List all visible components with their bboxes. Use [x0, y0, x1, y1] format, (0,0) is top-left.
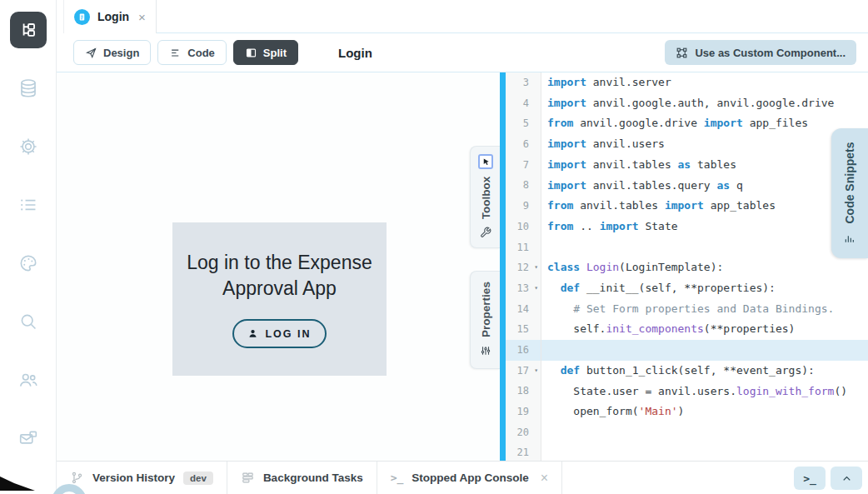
background-tasks-tab[interactable]: Background Tasks	[227, 462, 377, 494]
fold-arrow-icon[interactable]	[529, 402, 538, 422]
properties-label: Properties	[480, 282, 492, 337]
fold-arrow-icon[interactable]	[529, 442, 538, 461]
background-tasks-label: Background Tasks	[263, 472, 363, 484]
split-view-label: Split	[263, 47, 287, 59]
search-icon[interactable]	[17, 311, 39, 332]
fold-arrow-icon[interactable]	[529, 340, 538, 361]
terminal-button[interactable]: >_	[794, 467, 826, 490]
use-as-custom-component-button[interactable]: Use as Custom Component...	[665, 40, 856, 65]
tab-strip: Login ×	[57, 0, 868, 33]
code-line[interactable]: import anvil.tables as tables	[541, 155, 868, 176]
log-in-button[interactable]: LOG IN	[232, 319, 326, 348]
gutter-line[interactable]: 20	[506, 422, 541, 443]
gutter-line[interactable]: 7	[506, 155, 541, 176]
toolbox-label: Toolbox	[480, 177, 492, 220]
code-line[interactable]: import anvil.tables.query as q	[541, 176, 868, 197]
code-line[interactable]: State.user = anvil.users.login_with_form…	[541, 382, 868, 402]
corner-logo-fragment	[0, 472, 35, 494]
card-title-label[interactable]: Log in to the Expense Approval App	[172, 250, 387, 302]
properties-tab[interactable]: Properties	[470, 271, 500, 369]
version-history-label: Version History	[92, 472, 175, 484]
list-icon[interactable]	[17, 194, 39, 216]
sliders-icon	[480, 345, 491, 357]
gutter-line[interactable]: 4	[506, 93, 541, 114]
settings-gear-icon[interactable]	[17, 136, 39, 157]
users-icon[interactable]	[17, 369, 39, 391]
code-line[interactable]: def __init__(self, **properties):	[541, 278, 868, 299]
console-close-icon[interactable]: ×	[541, 471, 548, 486]
gutter-line[interactable]: 17▾	[506, 361, 541, 382]
fold-arrow-icon[interactable]	[529, 381, 538, 402]
gutter-line[interactable]: 8	[506, 175, 541, 196]
dev-badge: dev	[183, 472, 213, 485]
code-view-button[interactable]: Code	[157, 40, 227, 65]
code-line[interactable]: open_form('Main')	[541, 402, 868, 422]
fold-arrow-icon[interactable]	[529, 134, 538, 155]
design-canvas[interactable]: Log in to the Expense Approval App LOG I…	[57, 72, 500, 461]
code-line[interactable]: from anvil.tables import app_tables	[541, 196, 868, 217]
fold-arrow-icon[interactable]	[529, 422, 538, 443]
gutter-line[interactable]: 10	[506, 217, 541, 237]
gutter-line[interactable]: 3	[506, 72, 541, 93]
gutter-line[interactable]: 9	[506, 196, 541, 217]
fold-arrow-icon[interactable]: ▾	[529, 278, 538, 299]
code-line[interactable]: self.init_components(**properties)	[541, 319, 868, 340]
fold-arrow-icon[interactable]	[529, 217, 538, 237]
editor-code[interactable]: import anvil.serverimport anvil.google.a…	[541, 72, 868, 461]
code-line[interactable]	[541, 422, 868, 443]
design-view-button[interactable]: Design	[73, 40, 151, 65]
tab-close-icon[interactable]: ×	[138, 11, 146, 23]
split-view-button[interactable]: Split	[233, 40, 298, 65]
fold-arrow-icon[interactable]	[529, 72, 538, 93]
app-hierarchy-icon[interactable]	[10, 12, 47, 48]
expand-panel-button[interactable]	[831, 467, 862, 490]
code-line[interactable]: import anvil.google.auth, anvil.google.d…	[541, 93, 868, 114]
gutter-line[interactable]: 6	[506, 134, 541, 155]
gutter-line[interactable]: 19	[506, 402, 541, 422]
app-console-tab[interactable]: >_ Stopped App Console ×	[377, 462, 563, 494]
pointer-tool-icon[interactable]	[478, 154, 493, 169]
fold-arrow-icon[interactable]	[529, 155, 538, 176]
gutter-line[interactable]: 14	[506, 299, 541, 320]
code-line[interactable]: class Login(LoginTemplate):	[541, 257, 868, 278]
code-line[interactable]: import anvil.users	[541, 134, 868, 155]
code-line[interactable]: from anvil.google.drive import app_files	[541, 113, 868, 134]
gutter-line[interactable]: 5	[506, 113, 541, 134]
gutter-line[interactable]: 15	[506, 319, 541, 340]
toolbox-tab[interactable]: Toolbox	[470, 146, 500, 248]
gutter-line[interactable]: 16	[506, 340, 541, 361]
fold-arrow-icon[interactable]	[529, 237, 538, 258]
gutter-line[interactable]: 21	[506, 442, 541, 461]
log-in-button-label: LOG IN	[265, 328, 311, 340]
code-line[interactable]: # Set Form properties and Data Bindings.	[541, 299, 868, 320]
code-line[interactable]	[541, 443, 868, 461]
fold-arrow-icon[interactable]	[529, 299, 538, 320]
fold-arrow-icon[interactable]	[529, 196, 538, 217]
fold-arrow-icon[interactable]: ▾	[529, 257, 538, 278]
chevron-up-icon	[841, 472, 853, 485]
splitter-handle[interactable]	[500, 72, 506, 461]
fold-arrow-icon[interactable]	[529, 93, 538, 114]
fold-arrow-icon[interactable]	[529, 113, 538, 134]
gutter-line[interactable]: 11	[506, 237, 541, 258]
fold-arrow-icon[interactable]	[529, 319, 538, 340]
form-title: Login	[338, 46, 372, 60]
theme-palette-icon[interactable]	[17, 252, 39, 274]
login-card[interactable]: Log in to the Expense Approval App LOG I…	[172, 222, 387, 376]
tab-login[interactable]: Login ×	[63, 0, 157, 33]
code-line[interactable]: import anvil.server	[541, 72, 868, 93]
fold-arrow-icon[interactable]	[529, 175, 538, 196]
code-line[interactable]	[541, 340, 868, 361]
code-snippets-tab[interactable]: Code Snippets	[831, 128, 868, 258]
gutter-line[interactable]: 18	[506, 381, 541, 402]
gutter-line[interactable]: 13▾	[506, 278, 541, 299]
code-line[interactable]: def button_1_click(self, **event_args):	[541, 361, 868, 382]
email-icon[interactable]	[17, 427, 39, 449]
terminal-prompt-icon: >_	[391, 472, 404, 484]
gutter-line[interactable]: 12▾	[506, 257, 541, 278]
fold-arrow-icon[interactable]: ▾	[529, 361, 538, 382]
code-line[interactable]: from .. import State	[541, 217, 868, 237]
code-line[interactable]	[541, 237, 868, 258]
database-icon[interactable]	[17, 77, 39, 99]
tab-strip-empty	[157, 0, 868, 33]
